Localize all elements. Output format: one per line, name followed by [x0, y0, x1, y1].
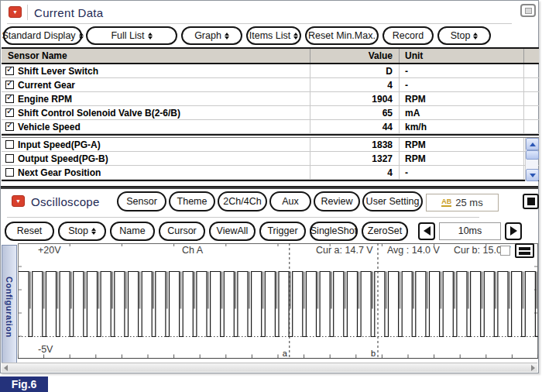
- record-button[interactable]: Record: [382, 26, 434, 45]
- ruler-ticks: [18, 243, 538, 359]
- scope-horizontal-scrollbar[interactable]: [2, 363, 537, 372]
- sensor-name: Next Gear Position: [18, 167, 101, 178]
- table-row: Shift Control Solenoid Valve B(2-6/B)65m…: [2, 106, 539, 120]
- column-header-sensor-name[interactable]: Sensor Name: [2, 49, 310, 63]
- sensor-name: Input Speed(PG-A): [18, 139, 101, 150]
- oscilloscope-title: Oscilloscope: [31, 195, 100, 208]
- dropdown-glyph: ▼: [15, 198, 21, 204]
- scope-stop-record-button[interactable]: [523, 194, 539, 209]
- chevron-down-icon: [530, 174, 536, 177]
- row-checkbox[interactable]: [5, 67, 14, 75]
- sensor-unit: -: [400, 64, 524, 77]
- scope-option-checkbox[interactable]: [500, 246, 510, 256]
- sensor-unit: mA: [400, 106, 524, 119]
- sensor-name-cell: Current Gear: [2, 78, 310, 91]
- timebase-decrease-button[interactable]: [418, 222, 435, 240]
- items-list-button[interactable]: Items List: [246, 26, 301, 45]
- split-bar-icon: [519, 247, 530, 250]
- viewall-button[interactable]: ViewAll: [209, 222, 256, 241]
- average-readout: Avg : 14.0 V: [387, 245, 440, 256]
- row-checkbox[interactable]: [5, 108, 14, 117]
- current-data-title: Current Data: [34, 6, 103, 19]
- table-row: Input Speed(PG-A)1838RPM: [2, 138, 539, 152]
- cursor-button[interactable]: Cursor: [159, 222, 205, 241]
- sensor-name: Shift Lever Switch: [18, 66, 98, 77]
- button-label: ZeroSet: [368, 225, 402, 236]
- user-setting-button[interactable]: User Setting: [362, 191, 423, 211]
- table-scrollbar[interactable]: [525, 138, 538, 181]
- column-header-gutter: [524, 49, 539, 63]
- triangle-right-icon: [510, 226, 517, 236]
- singleshot-button[interactable]: SingleShot: [310, 222, 358, 241]
- row-gutter: [524, 92, 539, 105]
- row-gutter: [524, 64, 539, 77]
- scroll-up-button[interactable]: [526, 138, 539, 150]
- header-rule: [7, 23, 512, 24]
- window-restore-button[interactable]: [520, 4, 536, 17]
- row-checkbox[interactable]: [5, 140, 14, 149]
- sensor-unit: RPM: [400, 152, 524, 165]
- scroll-down-button[interactable]: [526, 169, 539, 181]
- sensor-value: D: [310, 64, 400, 77]
- review-button[interactable]: Review: [314, 191, 360, 211]
- stop-button[interactable]: Stop: [58, 222, 106, 241]
- scope-bottom-voltage-label: -5V: [38, 344, 53, 355]
- dropdown-glyph: ▼: [12, 9, 18, 15]
- table-row: Output Speed(PG-B)1327RPM: [2, 152, 539, 166]
- sensor-name-cell: Shift Control Solenoid Valve B(2-6/B): [2, 106, 310, 119]
- restore-icon: [525, 8, 532, 14]
- table-row: Next Gear Position4-: [2, 166, 539, 180]
- timebase-increase-button[interactable]: [505, 222, 522, 240]
- sample-rate-readout[interactable]: AB 25 ms: [426, 194, 499, 211]
- button-label: Record: [393, 30, 424, 41]
- current-data-toolbar: Standard DisplayFull ListGraphItems List…: [3, 26, 537, 46]
- scope-display: Configuration a b +20V Ch A Cur a: 14.7 …: [1, 243, 538, 372]
- button-label: User Setting: [366, 196, 420, 207]
- sensor-name: Engine RPM: [18, 94, 72, 105]
- trigger-button[interactable]: Trigger: [259, 222, 306, 241]
- button-label: SingleShot: [310, 225, 357, 236]
- sensor-table-body: Shift Lever SwitchD-Current Gear4-Engine…: [2, 64, 539, 180]
- oscilloscope-dropdown-icon[interactable]: ▼: [12, 195, 25, 207]
- aux-button[interactable]: Aux: [269, 191, 311, 211]
- standard-display-button[interactable]: Standard Display: [3, 26, 82, 45]
- row-checkbox[interactable]: [5, 154, 14, 163]
- button-label: Review: [321, 196, 353, 207]
- graph-button[interactable]: Graph: [181, 26, 242, 45]
- sensor-name-cell: Engine RPM: [2, 92, 310, 105]
- table-row: Current Gear4-: [2, 78, 539, 92]
- spinner-icon: [91, 228, 96, 235]
- sensor-value: 4: [310, 166, 400, 179]
- split-view-button[interactable]: [515, 243, 534, 258]
- row-checkbox[interactable]: [5, 122, 14, 131]
- column-header-value[interactable]: Value: [310, 49, 400, 63]
- scope-channel-label: Ch A: [182, 245, 203, 256]
- full-list-button[interactable]: Full List: [86, 26, 177, 45]
- reset-button[interactable]: Reset: [5, 222, 54, 241]
- row-checkbox[interactable]: [5, 81, 14, 89]
- chevron-right-icon: [531, 365, 535, 371]
- column-header-unit[interactable]: Unit: [400, 49, 524, 63]
- zeroset-button[interactable]: ZeroSet: [362, 222, 408, 241]
- name-button[interactable]: Name: [110, 222, 155, 241]
- sample-rate-value: 25 ms: [455, 197, 482, 208]
- sensor-value: 4: [310, 78, 400, 91]
- configuration-tab[interactable]: Configuration: [2, 245, 17, 370]
- sensor-button[interactable]: Sensor: [117, 191, 166, 211]
- reset-min-max-button[interactable]: Reset Min.Max.: [305, 26, 379, 45]
- sensor-table-header: Sensor Name Value Unit: [2, 49, 539, 64]
- theme-button[interactable]: Theme: [169, 191, 215, 211]
- button-label: Stop: [451, 30, 471, 41]
- scroll-thumb[interactable]: [526, 150, 539, 160]
- row-checkbox[interactable]: [5, 95, 14, 103]
- timebase-value[interactable]: 10ms: [439, 222, 501, 240]
- row-gutter: [524, 120, 539, 133]
- sensor-value: 1904: [310, 92, 400, 105]
- channel-a-waveform: [19, 272, 538, 337]
- row-checkbox[interactable]: [5, 168, 14, 177]
- sensor-table: Sensor Name Value Unit Shift Lever Switc…: [2, 47, 539, 181]
- current-data-dropdown-icon[interactable]: ▼: [9, 6, 22, 18]
- stop-button[interactable]: Stop: [437, 26, 491, 45]
- 2ch-4ch-button[interactable]: 2Ch/4Ch: [218, 191, 267, 211]
- button-label: Full List: [111, 30, 144, 41]
